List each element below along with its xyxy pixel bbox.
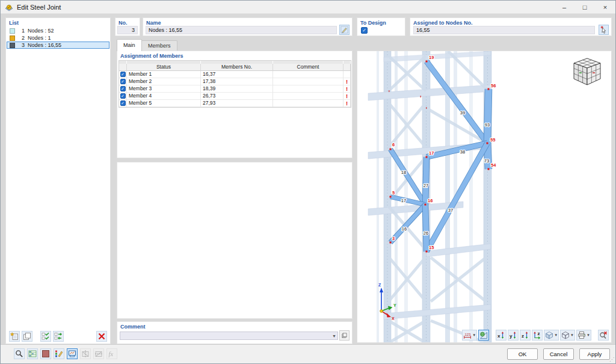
select-nodes-button[interactable]: [599, 25, 609, 35]
joint-color-swatch: [10, 43, 15, 48]
to-design-checkbox[interactable]: [361, 27, 368, 34]
view-minus-z-button[interactable]: z: [532, 330, 543, 341]
joint-number: 3: [17, 42, 25, 49]
list-item[interactable]: 2Nodes : 1: [7, 34, 109, 42]
comment-combobox[interactable]: ▼: [120, 332, 338, 340]
graphic-window-button[interactable]: [67, 348, 78, 359]
graphic-viewport[interactable]: 3993387318271737162619565554617516315 Z …: [357, 51, 612, 343]
select-all-button[interactable]: [40, 331, 51, 342]
no-label: No.: [119, 20, 128, 26]
member-status: Member 3: [127, 85, 201, 93]
member-status-checkbox[interactable]: [120, 79, 126, 84]
svg-text:123: 123: [465, 333, 472, 336]
to-design-label: To Design: [360, 20, 386, 26]
node-label: 55: [490, 137, 495, 143]
node-label: 6: [392, 142, 395, 147]
view-z-button[interactable]: z: [520, 330, 531, 341]
dimensions-button[interactable]: 123▼: [462, 330, 477, 341]
copy-joint-button[interactable]: [22, 331, 32, 342]
member-status-checkbox[interactable]: [120, 72, 126, 77]
member-status: Member 1: [127, 71, 201, 78]
member-status-checkbox[interactable]: [120, 100, 126, 106]
numbering-button[interactable]: [27, 348, 38, 359]
formula-button: fx: [106, 348, 117, 359]
list-item[interactable]: 1Nodes : 52: [7, 27, 109, 34]
apply-button[interactable]: Apply: [579, 348, 610, 360]
member-numbers[interactable]: 17,38: [201, 78, 273, 85]
joint-name: Nodes : 52: [28, 27, 54, 34]
cancel-zoom-button[interactable]: [598, 330, 609, 341]
member-numbers[interactable]: 18,39: [201, 85, 273, 93]
ok-button[interactable]: OK: [507, 348, 538, 360]
svg-text:fx: fx: [109, 351, 114, 357]
member-comment[interactable]: [273, 78, 343, 85]
close-button[interactable]: ×: [595, 1, 615, 14]
window-title: Edit Steel Joint: [17, 4, 61, 11]
member-status: Member 2: [127, 78, 201, 85]
member-row[interactable]: Member 318,39!: [119, 85, 351, 93]
member-numbers[interactable]: 27,93: [201, 100, 273, 107]
footer-bar: fx OKCancelApply ⋰: [1, 344, 615, 363]
minimize-button[interactable]: –: [554, 1, 574, 14]
color-swatch-button[interactable]: [40, 348, 51, 359]
z-axis-label: Z: [378, 283, 381, 287]
tab-members[interactable]: Members: [141, 40, 177, 51]
member-label: 18: [401, 170, 406, 175]
assigned-nodes-label: Assigned to Nodes No.: [413, 20, 473, 26]
member-numbers[interactable]: 16,37: [201, 71, 273, 78]
work-plane-button[interactable]: [478, 330, 489, 341]
assignment-panel: Assignment of Members StatusMembers No.C…: [117, 51, 353, 158]
member-label: 26: [424, 230, 428, 236]
view-y-button[interactable]: y: [508, 330, 519, 341]
delete-joint-button[interactable]: [96, 331, 107, 342]
assigned-nodes-field[interactable]: 16,55: [413, 26, 595, 34]
member-comment[interactable]: [273, 71, 343, 78]
warning-icon: !: [346, 86, 348, 92]
details-panel: [117, 162, 353, 319]
member-numbers[interactable]: 26,73: [201, 93, 273, 100]
navigation-cube[interactable]: [574, 58, 600, 85]
find-button[interactable]: [14, 348, 25, 359]
steel-joint-app-icon: [5, 3, 13, 11]
isometric-view-button[interactable]: ▼: [544, 330, 559, 341]
print-graphic-button[interactable]: ▼: [576, 330, 591, 341]
member-label: 27: [424, 183, 428, 188]
comment-options-button[interactable]: [339, 330, 350, 341]
edit-name-button[interactable]: [339, 25, 350, 35]
list-item[interactable]: 3Nodes : 16,55: [7, 42, 109, 49]
member-status-checkbox[interactable]: [120, 93, 126, 99]
members-table: StatusMembers No.CommentMember 116,37Mem…: [119, 60, 351, 108]
member-row[interactable]: Member 217,38!: [119, 78, 351, 85]
column-header[interactable]: Comment: [273, 64, 343, 71]
node-label: 54: [491, 162, 496, 168]
member-comment[interactable]: [273, 93, 343, 100]
display-mode-button[interactable]: ▼: [560, 330, 575, 341]
column-header[interactable]: Status: [127, 64, 201, 71]
resize-grip[interactable]: ⋰: [609, 357, 614, 362]
list-toolbar: [9, 331, 107, 342]
member-status-checkbox[interactable]: [120, 86, 126, 91]
warning-icon: !: [346, 93, 348, 99]
warning-icon: !: [346, 100, 348, 106]
joint-name-field[interactable]: Nodes : 16,55: [146, 26, 337, 34]
cancel-button[interactable]: Cancel: [543, 348, 574, 360]
structure-drawing: 3993387318271737162619565554617516315 Z …: [357, 51, 612, 343]
maximize-button[interactable]: □: [574, 1, 595, 14]
member-row[interactable]: Member 527,93!: [119, 100, 351, 107]
tab-main[interactable]: Main: [117, 39, 142, 51]
member-comment[interactable]: [273, 100, 343, 107]
view-x-button[interactable]: x: [496, 330, 507, 341]
new-joint-button[interactable]: [9, 331, 20, 342]
to-design-panel: To Design: [357, 17, 405, 36]
member-row[interactable]: Member 426,73!: [119, 93, 351, 100]
assignment-title: Assignment of Members: [120, 53, 183, 59]
member-row[interactable]: Member 116,37: [119, 71, 351, 78]
display-properties-button[interactable]: [54, 348, 64, 359]
joint-list-panel: List 1Nodes : 522Nodes : 13Nodes : 16,55: [5, 17, 111, 344]
invert-selection-button[interactable]: [53, 331, 64, 342]
member-comment[interactable]: [273, 85, 343, 93]
warning-icon: !: [346, 79, 348, 85]
column-header[interactable]: Members No.: [201, 64, 273, 71]
joint-name: Nodes : 1: [28, 34, 51, 42]
y-axis-label: Y: [393, 303, 396, 307]
